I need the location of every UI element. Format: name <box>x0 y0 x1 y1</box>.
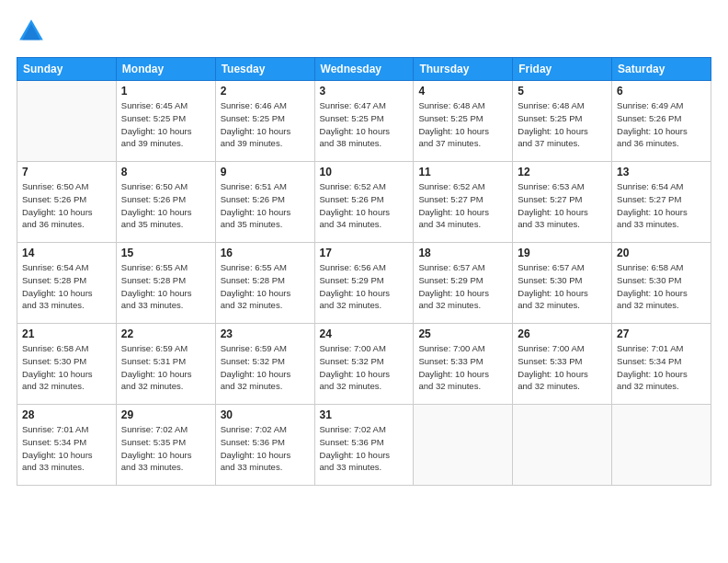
calendar-cell: 8Sunrise: 6:50 AM Sunset: 5:26 PM Daylig… <box>116 162 215 243</box>
day-number: 26 <box>518 327 607 340</box>
calendar-cell: 16Sunrise: 6:55 AM Sunset: 5:28 PM Dayli… <box>215 243 314 324</box>
day-number: 10 <box>320 166 409 178</box>
day-info: Sunrise: 6:58 AM Sunset: 5:30 PM Dayligh… <box>22 342 111 393</box>
day-info: Sunrise: 6:50 AM Sunset: 5:26 PM Dayligh… <box>121 180 210 231</box>
day-info: Sunrise: 7:02 AM Sunset: 5:35 PM Dayligh… <box>121 423 210 474</box>
calendar-cell: 20Sunrise: 6:58 AM Sunset: 5:30 PM Dayli… <box>612 243 711 324</box>
day-info: Sunrise: 6:49 AM Sunset: 5:26 PM Dayligh… <box>617 99 706 150</box>
calendar-cell <box>414 405 513 486</box>
day-info: Sunrise: 7:00 AM Sunset: 5:32 PM Dayligh… <box>320 342 409 393</box>
day-of-week-header: Monday <box>116 58 215 81</box>
week-row: 21Sunrise: 6:58 AM Sunset: 5:30 PM Dayli… <box>17 324 711 405</box>
day-info: Sunrise: 6:52 AM Sunset: 5:27 PM Dayligh… <box>418 180 507 231</box>
calendar-header: SundayMondayTuesdayWednesdayThursdayFrid… <box>17 58 711 81</box>
day-number: 21 <box>22 327 111 340</box>
day-number: 23 <box>221 327 310 340</box>
calendar-cell: 30Sunrise: 7:02 AM Sunset: 5:36 PM Dayli… <box>215 405 314 486</box>
day-info: Sunrise: 6:53 AM Sunset: 5:27 PM Dayligh… <box>518 180 607 231</box>
day-of-week-header: Saturday <box>612 58 711 81</box>
day-number: 22 <box>121 327 210 340</box>
day-info: Sunrise: 7:02 AM Sunset: 5:36 PM Dayligh… <box>221 423 310 474</box>
day-number: 1 <box>121 85 210 98</box>
calendar-cell: 1Sunrise: 6:45 AM Sunset: 5:25 PM Daylig… <box>116 81 215 162</box>
day-number: 29 <box>121 408 210 421</box>
week-row: 1Sunrise: 6:45 AM Sunset: 5:25 PM Daylig… <box>17 81 711 162</box>
calendar-cell: 5Sunrise: 6:48 AM Sunset: 5:25 PM Daylig… <box>513 81 612 162</box>
day-number: 8 <box>121 166 210 178</box>
header-row: SundayMondayTuesdayWednesdayThursdayFrid… <box>17 58 711 81</box>
day-info: Sunrise: 6:59 AM Sunset: 5:31 PM Dayligh… <box>121 342 210 393</box>
calendar-cell: 22Sunrise: 6:59 AM Sunset: 5:31 PM Dayli… <box>116 324 215 405</box>
day-info: Sunrise: 6:55 AM Sunset: 5:28 PM Dayligh… <box>121 261 210 312</box>
day-number: 5 <box>518 85 607 98</box>
day-info: Sunrise: 6:51 AM Sunset: 5:26 PM Dayligh… <box>221 180 310 231</box>
day-of-week-header: Friday <box>513 58 612 81</box>
day-number: 16 <box>221 247 310 259</box>
day-info: Sunrise: 7:02 AM Sunset: 5:36 PM Dayligh… <box>320 423 409 474</box>
calendar-cell: 17Sunrise: 6:56 AM Sunset: 5:29 PM Dayli… <box>314 243 414 324</box>
day-number: 6 <box>617 85 706 98</box>
calendar-cell: 23Sunrise: 6:59 AM Sunset: 5:32 PM Dayli… <box>215 324 314 405</box>
day-number: 24 <box>320 327 409 340</box>
calendar-cell: 28Sunrise: 7:01 AM Sunset: 5:34 PM Dayli… <box>17 405 117 486</box>
day-number: 3 <box>320 85 409 98</box>
calendar-cell: 19Sunrise: 6:57 AM Sunset: 5:30 PM Dayli… <box>513 243 612 324</box>
calendar-cell: 3Sunrise: 6:47 AM Sunset: 5:25 PM Daylig… <box>314 81 414 162</box>
day-info: Sunrise: 6:48 AM Sunset: 5:25 PM Dayligh… <box>518 99 607 150</box>
calendar-cell: 29Sunrise: 7:02 AM Sunset: 5:35 PM Dayli… <box>116 405 215 486</box>
day-number: 31 <box>320 408 409 421</box>
day-info: Sunrise: 6:55 AM Sunset: 5:28 PM Dayligh… <box>221 261 310 312</box>
day-number: 30 <box>221 408 310 421</box>
day-info: Sunrise: 7:00 AM Sunset: 5:33 PM Dayligh… <box>518 342 607 393</box>
day-of-week-header: Sunday <box>17 58 117 81</box>
calendar-cell <box>513 405 612 486</box>
day-number: 17 <box>320 247 409 259</box>
header <box>17 17 711 46</box>
calendar-cell: 25Sunrise: 7:00 AM Sunset: 5:33 PM Dayli… <box>414 324 513 405</box>
day-number: 14 <box>22 247 111 259</box>
day-number: 20 <box>617 247 706 259</box>
day-of-week-header: Tuesday <box>215 58 314 81</box>
day-number: 7 <box>22 166 111 178</box>
day-info: Sunrise: 6:54 AM Sunset: 5:27 PM Dayligh… <box>617 180 706 231</box>
day-info: Sunrise: 6:57 AM Sunset: 5:29 PM Dayligh… <box>418 261 507 312</box>
day-number: 28 <box>22 408 111 421</box>
logo <box>17 17 50 46</box>
calendar-cell: 24Sunrise: 7:00 AM Sunset: 5:32 PM Dayli… <box>314 324 414 405</box>
day-number: 4 <box>418 85 507 98</box>
week-row: 28Sunrise: 7:01 AM Sunset: 5:34 PM Dayli… <box>17 405 711 486</box>
calendar-cell: 18Sunrise: 6:57 AM Sunset: 5:29 PM Dayli… <box>414 243 513 324</box>
calendar-cell: 10Sunrise: 6:52 AM Sunset: 5:26 PM Dayli… <box>314 162 414 243</box>
day-number: 12 <box>518 166 607 178</box>
calendar-cell: 2Sunrise: 6:46 AM Sunset: 5:25 PM Daylig… <box>215 81 314 162</box>
calendar-body: 1Sunrise: 6:45 AM Sunset: 5:25 PM Daylig… <box>17 81 711 486</box>
day-number: 18 <box>418 247 507 259</box>
day-of-week-header: Wednesday <box>314 58 414 81</box>
calendar-cell: 12Sunrise: 6:53 AM Sunset: 5:27 PM Dayli… <box>513 162 612 243</box>
day-number: 11 <box>418 166 507 178</box>
day-info: Sunrise: 7:01 AM Sunset: 5:34 PM Dayligh… <box>617 342 706 393</box>
calendar-cell <box>612 405 711 486</box>
calendar-cell: 6Sunrise: 6:49 AM Sunset: 5:26 PM Daylig… <box>612 81 711 162</box>
calendar-cell: 21Sunrise: 6:58 AM Sunset: 5:30 PM Dayli… <box>17 324 117 405</box>
day-info: Sunrise: 6:59 AM Sunset: 5:32 PM Dayligh… <box>221 342 310 393</box>
day-number: 2 <box>221 85 310 98</box>
day-info: Sunrise: 6:58 AM Sunset: 5:30 PM Dayligh… <box>617 261 706 312</box>
calendar-cell: 13Sunrise: 6:54 AM Sunset: 5:27 PM Dayli… <box>612 162 711 243</box>
day-number: 13 <box>617 166 706 178</box>
day-number: 25 <box>418 327 507 340</box>
day-info: Sunrise: 6:50 AM Sunset: 5:26 PM Dayligh… <box>22 180 111 231</box>
logo-icon <box>17 17 46 46</box>
calendar-cell: 14Sunrise: 6:54 AM Sunset: 5:28 PM Dayli… <box>17 243 117 324</box>
page-container: SundayMondayTuesdayWednesdayThursdayFrid… <box>0 0 728 495</box>
calendar-cell: 15Sunrise: 6:55 AM Sunset: 5:28 PM Dayli… <box>116 243 215 324</box>
day-info: Sunrise: 6:56 AM Sunset: 5:29 PM Dayligh… <box>320 261 409 312</box>
day-info: Sunrise: 6:45 AM Sunset: 5:25 PM Dayligh… <box>121 99 210 150</box>
day-info: Sunrise: 6:57 AM Sunset: 5:30 PM Dayligh… <box>518 261 607 312</box>
day-of-week-header: Thursday <box>414 58 513 81</box>
calendar-cell: 11Sunrise: 6:52 AM Sunset: 5:27 PM Dayli… <box>414 162 513 243</box>
day-info: Sunrise: 6:46 AM Sunset: 5:25 PM Dayligh… <box>221 99 310 150</box>
calendar-table: SundayMondayTuesdayWednesdayThursdayFrid… <box>17 57 711 486</box>
calendar-cell: 4Sunrise: 6:48 AM Sunset: 5:25 PM Daylig… <box>414 81 513 162</box>
calendar-cell: 7Sunrise: 6:50 AM Sunset: 5:26 PM Daylig… <box>17 162 117 243</box>
